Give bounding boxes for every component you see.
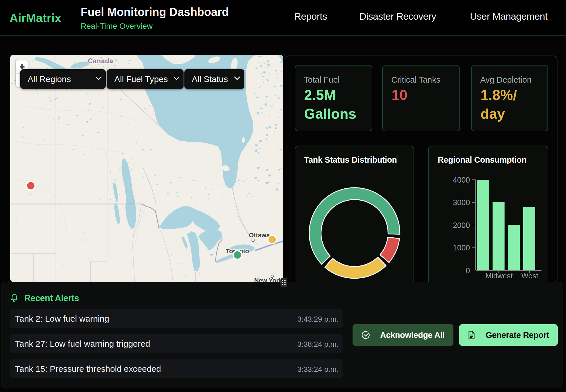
svg-text:1000: 1000 — [453, 244, 470, 252]
svg-text:Midwest: Midwest — [485, 271, 513, 280]
svg-text:Canada: Canada — [88, 57, 113, 65]
svg-text:4000: 4000 — [453, 176, 470, 184]
svg-text:West: West — [522, 271, 539, 280]
svg-text:0: 0 — [466, 266, 470, 275]
svg-text:3000: 3000 — [453, 198, 470, 207]
svg-text:Ottawa: Ottawa — [249, 232, 270, 239]
svg-text:2000: 2000 — [453, 221, 470, 230]
svg-text:New York: New York — [254, 277, 282, 282]
